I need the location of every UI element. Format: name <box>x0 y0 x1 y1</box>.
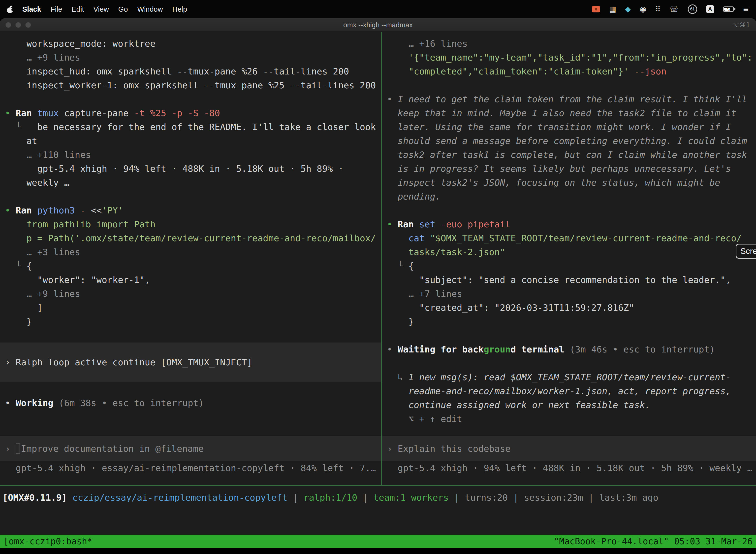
terminal-line: from pathlib import Path <box>5 217 381 231</box>
composer-input[interactable]: › Explain this codebase <box>382 436 756 461</box>
window-shortcut-hint: ⌥⌘1 <box>732 21 750 29</box>
terminal-line: ⌥ + ↑ edit <box>387 412 756 426</box>
menu-lines-icon[interactable]: ≡ <box>743 5 749 13</box>
terminal-line: › Ralph loop active continue [OMX_TMUX_I… <box>5 355 381 369</box>
close-button[interactable] <box>5 22 11 28</box>
terminal-line: … +9 lines <box>5 51 381 64</box>
terminal-line: p = Path('.omx/state/team/review-current… <box>5 231 381 245</box>
terminal-line <box>387 356 756 370</box>
terminal-line: '{"team_name":"my-team","task_id":"1","f… <box>387 51 756 64</box>
terminal-panes: workspace_mode: worktree … +9 lines insp… <box>0 32 756 485</box>
terminal-line: inspect_hud: omx sparkshell --tmux-pane … <box>5 64 381 78</box>
zoom-button[interactable] <box>25 22 31 28</box>
terminal-line: inspect task2's JSON, focusing on the st… <box>387 176 756 189</box>
menu-edit[interactable]: Edit <box>72 5 84 13</box>
apple-menu-icon[interactable] <box>7 5 13 13</box>
terminal-line: readme-and-reco/mailbox/worker-1.json, a… <box>387 384 756 398</box>
menu-file[interactable]: File <box>51 5 62 13</box>
terminal-line: … +110 lines <box>5 148 381 162</box>
battery-charging-icon[interactable]: ϟ <box>723 6 734 12</box>
tmux-pane-left[interactable]: workspace_mode: worktree … +9 lines insp… <box>0 32 381 485</box>
terminal-line: workspace_mode: worktree <box>5 37 381 51</box>
menu-bar-status-icons: ▦ ◆ ◉ ⠿ ☏ 61 A ϟ ≡ <box>592 4 749 14</box>
terminal-line: ↳ 1 new msg(s): read $OMX_TEAM_STATE_ROO… <box>387 370 756 384</box>
terminal-line: gpt-5.4 xhigh · 94% left · 488K in · 5.1… <box>5 162 381 176</box>
composer-input[interactable]: › Improve documentation in @filename <box>0 436 381 461</box>
terminal-line: inspect_worker-1: omx sparkshell --tmux-… <box>5 78 381 92</box>
terminal-line: … +3 lines <box>5 245 381 259</box>
keyboard-grid-icon[interactable]: ▦ <box>609 5 616 13</box>
omx-status-line: [OMX#0.11.9] cczip/essay/ai-reimplementa… <box>0 486 756 505</box>
terminal-line: is in progress? It seems likely but perh… <box>387 162 756 176</box>
terminal-line: [OMX#0.11.9] cczip/essay/ai-reimplementa… <box>2 491 756 505</box>
terminal-line: continue assigned work or next feasible … <box>387 398 756 412</box>
output-block: … +16 lines '{"team_name":"my-team","tas… <box>382 37 756 426</box>
terminal-line: "worker": "worker-1", <box>5 273 381 287</box>
terminal-line: gpt-5.4 xhigh · 94% left · 488K in · 5.1… <box>387 461 756 475</box>
menu-help[interactable]: Help <box>172 5 187 13</box>
terminal-line: later. Using the same for transition mig… <box>387 120 756 134</box>
terminal-line <box>5 329 381 342</box>
terminal-line: › Improve documentation in @filename <box>5 442 381 456</box>
pane-spacer <box>0 410 381 436</box>
terminal-line: └ be necessary for the end of the README… <box>5 120 381 134</box>
menu-bar-left: Slack File Edit View Go Window Help <box>7 5 187 13</box>
terminal-line <box>387 329 756 342</box>
terminal-line: at <box>5 134 381 148</box>
terminal-line: └ { <box>5 259 381 273</box>
terminal-line: └ { <box>387 259 756 273</box>
recording-dot-icon <box>595 8 597 10</box>
terminal-line: • Ran set -euo pipefail <box>387 217 756 231</box>
tmux-status-bar: [omx-cczip0:bash* "MacBook-Pro-44.local"… <box>0 535 756 548</box>
screen-overlay-tooltip: Scre <box>736 244 756 259</box>
window-title: omx --xhigh --madmax <box>0 21 756 29</box>
terminal-line <box>5 382 381 396</box>
queued-message-band: › Ralph loop active continue [OMX_TMUX_I… <box>0 342 381 382</box>
terminal-line <box>387 78 756 92</box>
circle-app-icon[interactable]: ◉ <box>640 5 646 13</box>
dots-grid-icon[interactable]: ⠿ <box>655 5 660 13</box>
terminal-line: • Working (6m 38s • esc to interrupt) <box>5 396 381 410</box>
menu-window[interactable]: Window <box>137 5 163 13</box>
tmux-pane-right[interactable]: … +16 lines '{"team_name":"my-team","tas… <box>382 32 756 485</box>
terminal-line: cat "$OMX_TEAM_STATE_ROOT/team/review-cu… <box>387 231 756 245</box>
terminal-line <box>5 189 381 204</box>
terminal-line: "completed","claim_token":"claim-token"}… <box>387 64 756 78</box>
pane-status-line: gpt-5.4 xhigh · essay/ai-reimplementatio… <box>0 461 381 485</box>
app-menu-title[interactable]: Slack <box>22 5 41 13</box>
charging-bolt-icon: ϟ <box>724 6 733 12</box>
terminal-line: … +9 lines <box>5 287 381 301</box>
apple-bite-icon <box>11 8 14 11</box>
terminal-window: omx --xhigh --madmax ⌥⌘1 workspace_mode:… <box>0 18 756 548</box>
phone-app-icon[interactable]: ☏ <box>670 5 679 13</box>
terminal-line: "created_at": "2026-03-31T11:59:27.816Z" <box>387 301 756 315</box>
terminal-line <box>5 92 381 106</box>
input-source-icon[interactable]: A <box>706 5 714 13</box>
terminal-line: should send a message before completing … <box>387 134 756 148</box>
window-titlebar[interactable]: omx --xhigh --madmax ⌥⌘1 <box>0 18 756 32</box>
terminal-line: pending. <box>387 189 756 204</box>
menu-bar: Slack File Edit View Go Window Help ▦ ◆ … <box>0 0 756 18</box>
terminal-line: • Ran tmux capture-pane -t %25 -p -S -80 <box>5 106 381 120</box>
terminal-line: … +7 lines <box>387 287 756 301</box>
tmux-host-time-label: "MacBook-Pro-44.local" 05:03 31-Mar-26 <box>554 536 753 546</box>
screen-recording-indicator-icon[interactable] <box>592 6 600 12</box>
menu-go[interactable]: Go <box>118 5 128 13</box>
minimize-button[interactable] <box>15 22 21 28</box>
terminal-line: "subject": "send a concise recommendatio… <box>387 273 756 287</box>
menu-view[interactable]: View <box>93 5 109 13</box>
tmux-session-label: [omx-cczip0:bash* <box>3 536 92 546</box>
terminal-line: • Waiting for background terminal (3m 46… <box>387 342 756 356</box>
terminal-line: • I need to get the claim token from the… <box>387 92 756 106</box>
terminal-line <box>387 204 756 217</box>
diamond-app-icon[interactable]: ◆ <box>625 5 631 13</box>
terminal-line: } <box>387 315 756 329</box>
terminal-line: keep that in mind. Maybe I also need the… <box>387 106 756 120</box>
output-block: • Working (6m 38s • esc to interrupt) <box>0 382 381 410</box>
output-block: workspace_mode: worktree … +9 lines insp… <box>0 37 381 342</box>
terminal-line: task2 after task1 is complete, but can I… <box>387 148 756 162</box>
terminal-line: gpt-5.4 xhigh · essay/ai-reimplementatio… <box>5 461 381 475</box>
terminal-line: } <box>5 315 381 329</box>
battery-percentage-icon[interactable]: 61 <box>688 4 697 14</box>
terminal-line: weekly … <box>5 176 381 189</box>
